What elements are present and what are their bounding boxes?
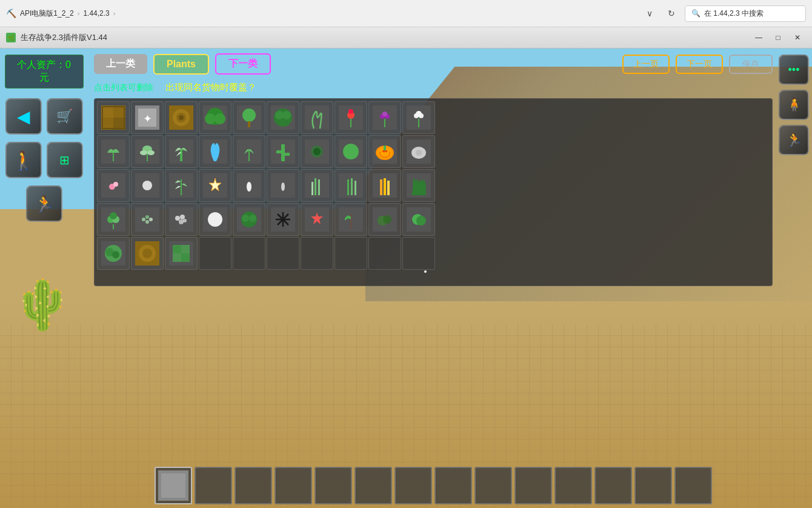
svg-point-109: [210, 215, 215, 220]
grid-cell-3-8[interactable]: [368, 203, 401, 236]
item-grid-panel: ✦: [94, 98, 773, 286]
grid-cell-3-5[interactable]: [267, 203, 299, 236]
grid-cell-1-4[interactable]: [233, 135, 265, 168]
maximize-button[interactable]: □: [770, 31, 787, 44]
grid-cell-3-2[interactable]: [165, 203, 198, 236]
run-button[interactable]: 🏃: [779, 125, 809, 155]
grid-cell-0-6[interactable]: [301, 101, 333, 134]
hotbar: [88, 463, 779, 508]
cart-button[interactable]: 🛒: [47, 98, 83, 135]
grid-cell-1-6[interactable]: [301, 135, 333, 168]
grid-cell-2-2[interactable]: [165, 169, 198, 202]
prev-page-button[interactable]: 上一页: [622, 55, 670, 74]
grid-cell-4-0[interactable]: [97, 237, 130, 270]
next-page-button[interactable]: 下一页: [676, 55, 723, 74]
svg-rect-90: [387, 181, 390, 195]
browser-tab[interactable]: ⛏️ API电脑版1_2_2 › 1.44,2.3 ›: [6, 8, 115, 19]
svg-rect-24: [350, 118, 351, 127]
grid-cell-3-6[interactable]: [301, 203, 333, 236]
grid-cell-2-1[interactable]: [131, 169, 164, 202]
walk-button[interactable]: 🚶: [5, 142, 42, 178]
grid-cell-1-5[interactable]: [267, 135, 299, 168]
grid-cell-3-9[interactable]: [402, 203, 435, 236]
grid-cell-3-0[interactable]: [97, 203, 130, 236]
character-button[interactable]: 🧍: [779, 90, 809, 120]
hotbar-slot-7[interactable]: [434, 467, 472, 504]
grid-cell-0-7[interactable]: [334, 101, 367, 134]
grid-cell-3-7[interactable]: [334, 203, 367, 236]
refresh-btn[interactable]: ↻: [663, 5, 680, 22]
grid-cell-0-5[interactable]: [267, 101, 299, 134]
grid-cell-1-1[interactable]: [131, 135, 164, 168]
svg-rect-136: [181, 253, 190, 262]
grid-cell-0-4[interactable]: [233, 101, 265, 134]
grid-cell-1-7[interactable]: [334, 135, 367, 168]
grid-cell-0-2[interactable]: [165, 101, 198, 134]
hotbar-slot-4[interactable]: [314, 467, 352, 504]
prev-category-button[interactable]: 上一类: [94, 54, 147, 74]
svg-point-14: [215, 113, 225, 124]
grid-cell-1-2[interactable]: [165, 135, 198, 168]
grid-cell-1-8[interactable]: [368, 135, 401, 168]
grid-cell-2-4[interactable]: [233, 169, 265, 202]
svg-rect-86: [354, 181, 356, 195]
svg-point-100: [149, 218, 153, 221]
svg-rect-48: [248, 149, 250, 161]
hotbar-slot-8[interactable]: [474, 467, 512, 504]
grid-cell-0-0[interactable]: [97, 101, 130, 134]
grid-cell-1-3[interactable]: [199, 135, 231, 168]
svg-point-10: [179, 115, 184, 120]
hotbar-slot-1[interactable]: [195, 467, 232, 504]
svg-rect-138: [161, 473, 185, 498]
menu-button[interactable]: •••: [779, 55, 809, 85]
grid-cell-0-9[interactable]: [402, 101, 435, 134]
svg-rect-45: [180, 149, 182, 161]
grid-cell-2-0[interactable]: [97, 169, 130, 202]
hotbar-slot-5[interactable]: [354, 467, 392, 504]
current-category-button[interactable]: Plants: [153, 54, 209, 75]
grid-cell-2-8[interactable]: [368, 169, 401, 202]
grid-cell-1-0[interactable]: [97, 135, 130, 168]
svg-point-114: [249, 215, 256, 222]
action-button[interactable]: 🏃: [26, 185, 62, 222]
game-area: 🌵 个人资产：0 元 ◀ 🛒 🚶 ⊞ 🏃 ••• 🧍 🏃 上一类 Plants …: [0, 48, 812, 508]
grid-cell-0-1[interactable]: ✦: [131, 101, 164, 134]
grid-cell-3-1[interactable]: [131, 203, 164, 236]
grid-cell-3-4[interactable]: [233, 203, 265, 236]
hotbar-slot-10[interactable]: [554, 467, 592, 504]
grid-cell-2-9[interactable]: [402, 169, 435, 202]
grid-cell-0-8[interactable]: [368, 101, 401, 134]
svg-point-76: [247, 182, 251, 192]
grid-cell-4-1[interactable]: [131, 237, 164, 270]
grid-cell-2-7[interactable]: [334, 169, 367, 202]
hotbar-slot-11[interactable]: [594, 467, 632, 504]
save-button[interactable]: 保存: [729, 55, 773, 74]
hotbar-slot-0[interactable]: [155, 467, 192, 504]
hotbar-slot-13[interactable]: [674, 467, 712, 504]
minimize-button[interactable]: —: [750, 31, 767, 44]
grid-cell-4-9: [402, 237, 435, 270]
svg-point-55: [313, 148, 321, 155]
grid-cell-1-9[interactable]: [402, 135, 435, 168]
hotbar-slot-9[interactable]: [514, 467, 552, 504]
hotbar-slot-12[interactable]: [634, 467, 672, 504]
expand-btn[interactable]: ∨: [641, 5, 658, 22]
close-button[interactable]: ✕: [789, 31, 806, 44]
grid-cell-3-3[interactable]: [199, 203, 231, 236]
grid-cell-2-5[interactable]: [267, 169, 299, 202]
svg-point-110: [215, 215, 220, 220]
svg-point-113: [242, 215, 249, 222]
grid-cell-4-2[interactable]: [165, 237, 198, 270]
browser-chrome: ⛏️ API电脑版1_2_2 › 1.44,2.3 › ∨ ↻ 🔍 在 1.44…: [0, 0, 812, 27]
grid-button[interactable]: ⊞: [47, 142, 83, 178]
grid-cell-0-3[interactable]: [199, 101, 231, 134]
next-category-button[interactable]: 下一类: [215, 53, 271, 75]
back-button[interactable]: ◀: [5, 98, 42, 135]
svg-point-78: [281, 182, 285, 191]
svg-point-13: [205, 113, 216, 124]
grid-cell-2-6[interactable]: [301, 169, 333, 202]
grid-cell-2-3[interactable]: [199, 169, 231, 202]
hotbar-slot-3[interactable]: [275, 467, 312, 504]
hotbar-slot-6[interactable]: [394, 467, 432, 504]
hotbar-slot-2[interactable]: [235, 467, 272, 504]
